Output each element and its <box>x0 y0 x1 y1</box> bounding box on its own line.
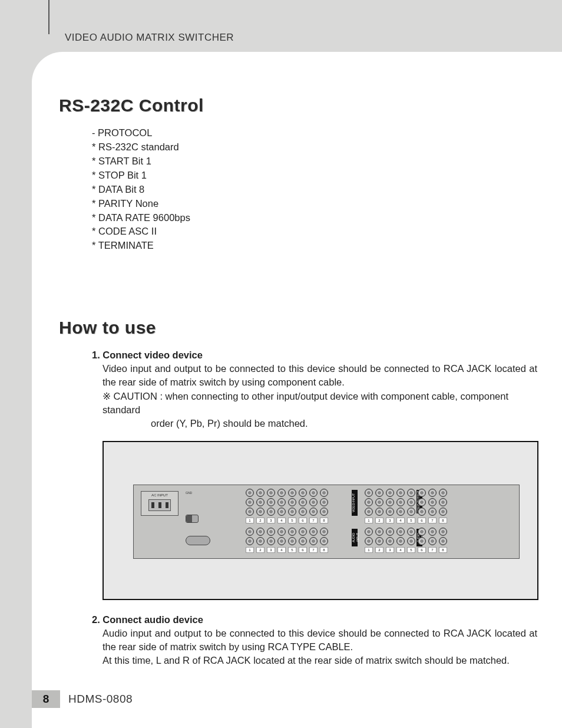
audio-input-jacks: 12345678 <box>246 528 328 553</box>
protocol-line: * TERMINATE <box>92 239 537 253</box>
channel-numbers: 12345678 <box>246 518 328 523</box>
step1-heading: 1. Connect video device <box>92 348 537 362</box>
protocol-line: * START Bit 1 <box>92 154 537 169</box>
protocol-line: * CODE ASC II <box>92 225 537 239</box>
audio-output-jacks: 12345678 <box>365 528 447 553</box>
step1-caution-line2: order (Y, Pb, Pr) should be matched. <box>151 417 537 430</box>
page-footer: 8 HDMS-0808 <box>32 690 133 708</box>
howto-content: 1. Connect video device Video input and … <box>92 348 537 667</box>
protocol-list: - PROTOCOL * RS-232C standard * START Bi… <box>92 126 537 253</box>
step2-body-line1: Audio input and output to be connected t… <box>103 627 537 654</box>
ac-input-block: AC INPUT <box>141 491 178 516</box>
video-output-jacks: 12345678 <box>365 489 447 523</box>
step2-heading: 2. Connect audio device <box>92 613 537 627</box>
ac-input-label: AC INPUT <box>151 493 168 497</box>
channel-numbers: 12345678 <box>365 547 447 553</box>
section-rs232c-title: RS-232C Control <box>59 95 537 116</box>
page-number-badge: 8 <box>32 690 60 708</box>
protocol-line: * STOP Bit 1 <box>92 169 537 183</box>
step1-body: Video input and output to be connected t… <box>103 362 537 389</box>
page-content: RS-232C Control - PROTOCOL * RS-232C sta… <box>32 52 562 728</box>
power-switch-icon <box>186 515 199 523</box>
protocol-line: * DATA RATE 9600bps <box>92 211 537 225</box>
section-howto-title: How to use <box>59 318 537 338</box>
rear-panel-diagram: AC INPUT GND VIDEO INPUT VIDEO OUTPUT AU… <box>103 441 538 600</box>
protocol-line: * PARITY None <box>92 197 537 211</box>
protocol-line: * DATA Bit 8 <box>92 183 537 197</box>
video-input-jacks: 12345678 <box>246 489 328 523</box>
dc-label: GND <box>186 491 192 495</box>
header-divider <box>48 0 49 34</box>
protocol-line: - PROTOCOL <box>92 126 537 140</box>
step1-caution-line1: ※ CAUTION : when connecting to other inp… <box>103 390 537 417</box>
device-rear-panel: AC INPUT GND VIDEO INPUT VIDEO OUTPUT AU… <box>133 485 520 559</box>
step2-body-line2: At this time, L and R of RCA JACK locate… <box>103 654 537 667</box>
protocol-line: * RS-232C standard <box>92 140 537 154</box>
ac-plug-icon <box>148 499 171 511</box>
rs232-port-icon <box>186 536 210 545</box>
channel-numbers: 12345678 <box>365 518 447 523</box>
model-number: HDMS-0808 <box>68 693 133 706</box>
audio-input-label: AUDIO INPUT <box>352 529 358 546</box>
video-input-label: VIDEO INPUT <box>352 490 358 516</box>
channel-numbers: 12345678 <box>246 547 328 553</box>
header-product-line: VIDEO AUDIO MATRIX SWITCHER <box>65 32 234 44</box>
